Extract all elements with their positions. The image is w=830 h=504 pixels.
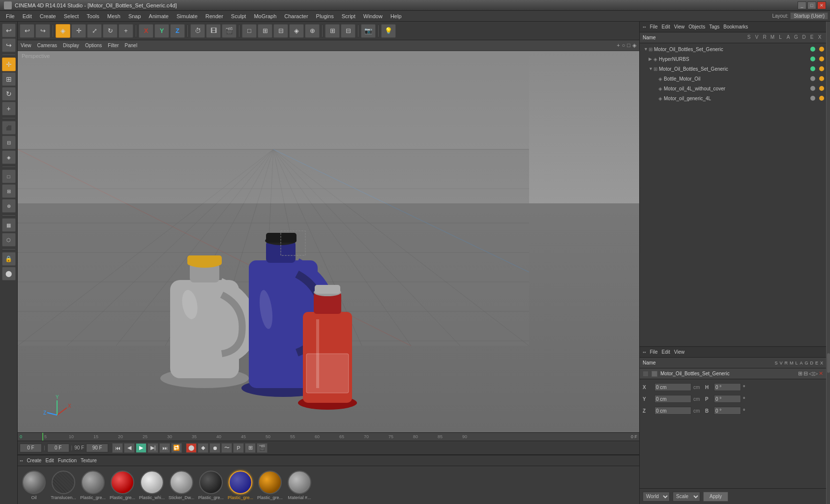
obj-row-nested-set[interactable]: ▼ ⊞ Motor_Oil_Bottles_Set_Generic [640, 64, 826, 74]
toolbar-add-button[interactable]: + [119, 24, 133, 38]
toolbar-redo-button[interactable]: ↪ [35, 24, 50, 38]
menu-file[interactable]: File [2, 12, 19, 20]
attr-menu-file[interactable]: File [650, 349, 657, 355]
coord-system-select[interactable]: World Object Global [643, 492, 670, 502]
menu-character[interactable]: Character [280, 12, 312, 20]
obj-menu-edit[interactable]: Edit [662, 24, 670, 29]
toolbar-x-axis-button[interactable]: X [139, 24, 153, 38]
record-button[interactable]: ⬤ [186, 443, 197, 453]
maximize-button[interactable]: □ [807, 1, 816, 9]
menu-sculpt[interactable]: Sculpt [227, 12, 250, 20]
vp-menu-display[interactable]: Display [63, 43, 79, 48]
undo-button[interactable]: ↩ [2, 24, 16, 37]
vp-menu-cameras[interactable]: Cameras [37, 43, 58, 48]
timeline-playhead[interactable] [42, 433, 43, 441]
menu-render[interactable]: Render [202, 12, 227, 20]
attr-action-4[interactable]: ▷ [814, 370, 818, 377]
3d-viewport[interactable]: Perspective [18, 51, 639, 432]
obj-row-root[interactable]: ▼ ⊞ Motor_Oil_Bottles_Set_Generic [640, 44, 826, 54]
go-first-button[interactable]: ⏮ [112, 443, 123, 453]
auto-key-button[interactable]: ⏺ [209, 443, 220, 453]
mat-menu-edit[interactable]: Edit [45, 458, 54, 463]
render-view-button[interactable]: 🔒 [2, 252, 16, 266]
menu-window[interactable]: Window [359, 12, 386, 20]
close-button[interactable]: ✕ [817, 1, 826, 9]
obj-menu-view[interactable]: View [674, 24, 685, 29]
menu-mograph[interactable]: MoGraph [250, 12, 280, 20]
attr-h-rot-input[interactable] [714, 383, 741, 391]
obj-row-4l-nocover[interactable]: ◈ Motor_oil_4L_without_cover [640, 84, 826, 93]
schematic-button[interactable]: ⊞ [245, 443, 256, 453]
toolbar-select-button[interactable]: ◈ [56, 24, 70, 38]
obj-menu-bookmarks[interactable]: Bookmarks [723, 24, 748, 29]
toolbar-render-frame-button[interactable]: 🎞 [206, 24, 221, 38]
material-item-plastic-red[interactable]: Plastic_gre... [109, 471, 136, 500]
menu-select[interactable]: Select [60, 12, 83, 20]
toolbar-y-axis-button[interactable]: Y [154, 24, 169, 38]
material-item-oil[interactable]: Oil [21, 471, 47, 500]
attr-b-rot-input[interactable] [714, 407, 741, 415]
vp-menu-filter[interactable]: Filter [108, 43, 119, 48]
toolbar-move-button[interactable]: ✛ [71, 24, 86, 38]
menu-simulate[interactable]: Simulate [173, 12, 202, 20]
play-button[interactable]: ▶ [136, 443, 147, 453]
obj-menu-tags[interactable]: Tags [709, 24, 719, 29]
toolbar-render-all-button[interactable]: 🎬 [222, 24, 237, 38]
cinema-button[interactable]: 🎬 [257, 443, 267, 453]
step-back-button[interactable]: ◀ [124, 443, 135, 453]
attr-p-rot-input[interactable] [714, 395, 741, 403]
step-forward-button[interactable]: ▶| [148, 443, 158, 453]
expand-0[interactable]: ▼ [644, 47, 649, 52]
key-button[interactable]: ◆ [198, 443, 208, 453]
material-item-plastic-gold[interactable]: Plastic_gre... [257, 471, 283, 500]
material-item-sticker[interactable]: Sticker_Dw... [168, 471, 195, 500]
menu-plugins[interactable]: Plugins [312, 12, 338, 20]
polygons-mode-button[interactable]: ◈ [2, 150, 16, 164]
material-item-default[interactable]: Material #... [286, 471, 313, 500]
attr-close-btn[interactable]: ✕ [819, 370, 823, 377]
obj-row-generic-4l[interactable]: ◈ Motor_oil_generic_4L [640, 93, 826, 103]
toolbar-view4-button[interactable]: ◈ [289, 24, 304, 38]
axis-mode-button[interactable]: ⊕ [2, 199, 16, 213]
toolbar-lights-button[interactable]: 💡 [381, 24, 396, 38]
toolbar-view3-button[interactable]: ⊟ [273, 24, 288, 38]
start-frame-input[interactable] [47, 444, 69, 452]
toolbar-undo-button[interactable]: ↩ [20, 24, 34, 38]
material-item-translucent[interactable]: Translucen... [50, 471, 77, 500]
menu-snap[interactable]: Snap [124, 12, 145, 20]
attr-x-pos-input[interactable] [654, 383, 691, 391]
scale-tool-button[interactable]: ⊞ [2, 72, 16, 86]
toolbar-snap-button[interactable]: ⊞ [325, 24, 340, 38]
timeline[interactable]: 0 5 10 15 20 25 30 35 40 45 50 55 60 65 … [18, 432, 639, 441]
toolbar-view5-button[interactable]: ⊕ [305, 24, 320, 38]
vp-icon-1[interactable]: + [617, 42, 620, 49]
expand-1[interactable]: ▶ [649, 56, 653, 61]
menu-edit[interactable]: Edit [19, 12, 36, 20]
minimize-button[interactable]: _ [798, 1, 806, 9]
toolbar-timeline-button[interactable]: ⏱ [190, 24, 205, 38]
toolbar-z-axis-button[interactable]: Z [170, 24, 185, 38]
edges-mode-button[interactable]: ⊟ [2, 136, 16, 149]
current-frame-input[interactable] [20, 444, 42, 452]
attr-menu-view[interactable]: View [674, 349, 685, 355]
material-item-plastic-blue[interactable]: Plastic_gre... [227, 471, 254, 500]
vp-menu-view[interactable]: View [21, 43, 31, 48]
right-edge-handle[interactable] [827, 353, 830, 373]
redo-button[interactable]: ↪ [2, 38, 16, 52]
vp-icon-4[interactable]: ◈ [632, 42, 636, 49]
attr-y-pos-input[interactable] [654, 395, 691, 403]
obj-menu-objects[interactable]: Objects [688, 24, 705, 29]
lasso-button[interactable]: ⬡ [2, 233, 16, 247]
menu-mesh[interactable]: Mesh [103, 12, 124, 20]
layout-selector[interactable]: Startup (User) [790, 12, 828, 20]
material-item-plastic-dark[interactable]: Plastic_gre... [198, 471, 224, 500]
attr-z-pos-input[interactable] [654, 407, 691, 415]
vp-menu-panel[interactable]: Panel [125, 43, 138, 48]
menu-tools[interactable]: Tools [83, 12, 103, 20]
motion-path-button[interactable]: 〜 [221, 443, 232, 453]
attr-action-1[interactable]: ⊞ [798, 370, 802, 377]
toolbar-rotate-button[interactable]: ↻ [103, 24, 118, 38]
menu-animate[interactable]: Animate [145, 12, 173, 20]
rotate-tool-button[interactable]: ↻ [2, 87, 16, 101]
preview-button[interactable]: P [233, 443, 244, 453]
